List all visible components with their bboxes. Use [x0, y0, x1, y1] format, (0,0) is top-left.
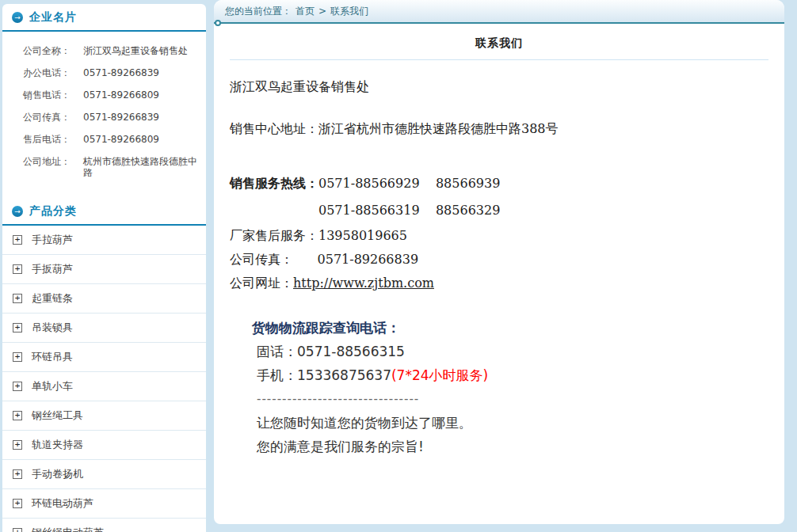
- expand-plus-icon[interactable]: +: [13, 235, 22, 245]
- company-name: 浙江双鸟起重设备销售处: [230, 79, 768, 95]
- company-fax: 公司传真： 0571-89266839: [230, 248, 768, 272]
- logistics-tracking-block: 货物物流跟踪查询电话： 固话：0571-88566315 手机：15336875…: [252, 316, 768, 458]
- expand-plus-icon[interactable]: +: [13, 264, 22, 274]
- category-label: 手动卷扬机: [32, 467, 83, 481]
- company-card-row: 售后电话： 0571-89266809: [2, 128, 206, 150]
- category-item[interactable]: + 单轨小车: [2, 372, 206, 401]
- expand-plus-icon[interactable]: +: [13, 469, 22, 479]
- after-sales-service: 厂家售后服务：13958019665: [230, 224, 768, 248]
- expand-plus-icon[interactable]: +: [13, 528, 22, 532]
- company-card-list: 公司全称： 浙江双鸟起重设备销售处 办公电话： 0571-89266839 销售…: [2, 32, 206, 193]
- circle-arrow-icon: →: [12, 206, 23, 217]
- card-value: 杭州市德胜快速路段德胜中路: [83, 156, 200, 178]
- category-item[interactable]: + 钢丝绳电动葫芦: [2, 519, 206, 532]
- category-label: 环链电动葫芦: [32, 496, 93, 511]
- hotline-numbers-line1: 0571-88566929 88566939: [318, 170, 500, 197]
- product-category-list: + 手拉葫芦 + 手扳葫芦 + 起重链条 + 吊装锁具 + 环链吊具 + 单轨小…: [2, 226, 206, 532]
- category-label: 吊装锁具: [32, 321, 73, 335]
- category-item[interactable]: + 环链吊具: [2, 343, 206, 372]
- card-value: 0571-89266839: [83, 67, 159, 78]
- breadcrumb-current: 联系我们: [330, 5, 368, 18]
- card-value: 0571-89266809: [83, 89, 159, 101]
- main-panel: 您的当前位置： 首页 > 联系我们 联系我们 浙江双鸟起重设备销售处 销售中心地…: [214, 0, 784, 524]
- category-label: 钢丝绳工具: [32, 408, 83, 423]
- contact-content: 联系我们 浙江双鸟起重设备销售处 销售中心地址：浙江省杭州市德胜快速路段德胜中路…: [214, 24, 784, 458]
- expand-plus-icon[interactable]: +: [13, 411, 22, 420]
- company-website-row: 公司网址： http://www.zjtbm.com: [230, 272, 768, 295]
- breadcrumb-separator: >: [318, 6, 326, 17]
- expand-plus-icon[interactable]: +: [13, 352, 22, 362]
- category-item[interactable]: + 轨道夹持器: [2, 431, 206, 460]
- card-value: 浙江双鸟起重设备销售处: [83, 45, 188, 56]
- timeline-dot-icon: [215, 20, 221, 26]
- category-label: 钢丝绳电动葫芦: [32, 526, 104, 532]
- sales-hotline: 销售服务热线： 0571-88566929 88566939 0571-8856…: [230, 170, 768, 224]
- category-item[interactable]: + 吊装锁具: [2, 314, 206, 343]
- company-card-header: → 企业名片: [2, 4, 206, 32]
- company-card-row: 公司全称： 浙江双鸟起重设备销售处: [2, 40, 206, 62]
- company-card-row: 公司地址： 杭州市德胜快速路段德胜中路: [2, 150, 206, 184]
- company-card-row: 办公电话： 0571-89266839: [2, 62, 206, 84]
- slogan-line-2: 您的满意是我们服务的宗旨!: [252, 435, 768, 458]
- category-item-shoulalulu[interactable]: + 手拉葫芦: [2, 226, 206, 255]
- category-item[interactable]: + 环链电动葫芦: [2, 489, 206, 519]
- category-item[interactable]: + 起重链条: [2, 284, 206, 314]
- product-categories-title: 产品分类: [29, 204, 77, 218]
- card-label: 公司全称：: [23, 45, 83, 56]
- category-item[interactable]: + 手扳葫芦: [2, 255, 206, 284]
- card-label: 售后电话：: [23, 134, 83, 145]
- card-label: 办公电话：: [23, 67, 83, 78]
- hotline-label: 销售服务热线：: [230, 170, 318, 224]
- expand-plus-icon[interactable]: +: [13, 440, 22, 450]
- expand-plus-icon[interactable]: +: [13, 382, 22, 391]
- card-label: 公司地址：: [23, 156, 83, 178]
- logistics-mobile-row: 手机：15336875637(7*24小时服务): [252, 363, 768, 387]
- company-card-row: 销售电话： 0571-89266809: [2, 84, 206, 106]
- category-label: 单轨小车: [32, 379, 73, 393]
- card-label: 销售电话：: [23, 89, 83, 101]
- category-label: 轨道夹持器: [32, 438, 83, 452]
- breadcrumb-prefix: 您的当前位置：: [225, 5, 292, 18]
- category-label: 手拉葫芦: [32, 233, 73, 247]
- page-title: 联系我们: [230, 24, 768, 60]
- contact-info-block: 浙江双鸟起重设备销售处 销售中心地址：浙江省杭州市德胜快速路段德胜中路388号 …: [230, 60, 768, 295]
- logistics-title: 货物物流跟踪查询电话：: [252, 316, 768, 340]
- product-categories-header: → 产品分类: [2, 198, 206, 226]
- expand-plus-icon[interactable]: +: [13, 499, 22, 508]
- card-value: 0571-89266839: [83, 112, 159, 123]
- category-label: 手扳葫芦: [32, 262, 73, 276]
- sidebar: → 企业名片 公司全称： 浙江双鸟起重设备销售处 办公电话： 0571-8926…: [2, 4, 206, 532]
- website-label: 公司网址：: [230, 272, 293, 295]
- dashed-divider: --------------------------------: [252, 387, 768, 411]
- company-card-row: 公司传真： 0571-89266839: [2, 106, 206, 128]
- expand-plus-icon[interactable]: +: [13, 323, 22, 332]
- logistics-mobile: 手机：15336875637: [257, 367, 391, 383]
- sales-center-address: 销售中心地址：浙江省杭州市德胜快速路段德胜中路388号: [230, 121, 768, 137]
- circle-arrow-icon: →: [12, 12, 23, 23]
- category-item[interactable]: + 手动卷扬机: [2, 460, 206, 489]
- card-label: 公司传真：: [23, 112, 83, 123]
- logistics-landline: 固话：0571-88566315: [252, 340, 768, 363]
- service-hours-note: (7*24小时服务): [391, 367, 488, 383]
- breadcrumb-home-link[interactable]: 首页: [296, 5, 315, 18]
- category-label: 环链吊具: [32, 350, 73, 364]
- website-link[interactable]: http://www.zjtbm.com: [293, 272, 434, 295]
- slogan-line-1: 让您随时知道您的货物到达了哪里。: [252, 411, 768, 435]
- expand-plus-icon[interactable]: +: [13, 294, 22, 303]
- category-label: 起重链条: [32, 291, 73, 306]
- category-item[interactable]: + 钢丝绳工具: [2, 401, 206, 431]
- hotline-numbers-line2: 0571-88566319 88566329: [318, 197, 500, 224]
- company-card-title: 企业名片: [29, 10, 77, 25]
- card-value: 0571-89266809: [83, 134, 159, 145]
- breadcrumb: 您的当前位置： 首页 > 联系我们: [214, 0, 784, 24]
